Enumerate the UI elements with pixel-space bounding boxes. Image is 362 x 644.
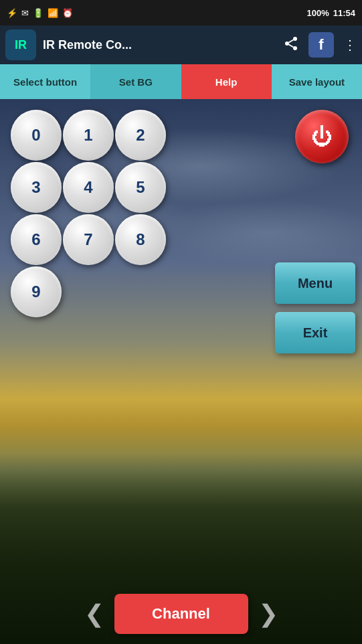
chevron-left-icon: ❮ bbox=[84, 600, 104, 628]
usb-icon: ⚡ bbox=[7, 8, 17, 18]
app-bar-actions: f ⋮ bbox=[283, 32, 357, 58]
num-btn-2[interactable]: 2 bbox=[115, 110, 166, 161]
share-icon bbox=[283, 35, 299, 52]
app-bar: IR IR Remote Co... f ⋮ bbox=[0, 25, 362, 64]
battery-level-icon: 🔋 bbox=[33, 8, 43, 18]
numpad: 0 1 2 3 4 5 6 7 8 9 bbox=[11, 110, 166, 317]
num-btn-0[interactable]: 0 bbox=[11, 110, 62, 161]
battery-percent: 100% bbox=[307, 8, 329, 18]
num-btn-1[interactable]: 1 bbox=[63, 110, 114, 161]
svg-point-2 bbox=[293, 46, 297, 50]
num-btn-4[interactable]: 4 bbox=[63, 162, 114, 213]
svg-line-3 bbox=[289, 44, 294, 47]
num-btn-3[interactable]: 3 bbox=[11, 162, 62, 213]
facebook-button[interactable]: f bbox=[308, 32, 334, 58]
num-btn-9[interactable]: 9 bbox=[11, 266, 62, 317]
channel-prev-button[interactable]: ❮ bbox=[74, 594, 114, 634]
exit-button[interactable]: Exit bbox=[275, 312, 355, 353]
num-btn-6[interactable]: 6 bbox=[11, 214, 62, 265]
power-button[interactable]: ⏻ bbox=[295, 110, 349, 163]
wifi-icon: 📶 bbox=[48, 8, 58, 18]
more-icon: ⋮ bbox=[343, 37, 357, 52]
app-title: IR Remote Co... bbox=[43, 38, 276, 52]
channel-button[interactable]: Channel bbox=[114, 594, 248, 634]
select-button-tab[interactable]: Select button bbox=[0, 64, 90, 99]
help-button[interactable]: Help bbox=[181, 64, 272, 99]
time-display: 11:54 bbox=[333, 8, 355, 18]
set-bg-button[interactable]: Set BG bbox=[90, 64, 181, 99]
svg-line-4 bbox=[289, 39, 294, 42]
svg-point-0 bbox=[293, 37, 297, 41]
message-icon: ✉ bbox=[21, 8, 29, 18]
more-options-button[interactable]: ⋮ bbox=[343, 37, 357, 53]
channel-controls: ❮ Channel ❯ bbox=[0, 590, 362, 644]
chevron-right-icon: ❯ bbox=[258, 600, 278, 628]
num-btn-5[interactable]: 5 bbox=[115, 162, 166, 213]
channel-next-button[interactable]: ❯ bbox=[248, 594, 288, 634]
svg-point-1 bbox=[285, 42, 289, 46]
num-btn-8[interactable]: 8 bbox=[115, 214, 166, 265]
toolbar: Select button Set BG Help Save layout bbox=[0, 64, 362, 99]
share-button[interactable] bbox=[283, 35, 299, 55]
status-bar: ⚡ ✉ 🔋 📶 ⏰ 100% 11:54 bbox=[0, 0, 362, 25]
status-right: 100% 11:54 bbox=[307, 8, 356, 18]
menu-button[interactable]: Menu bbox=[275, 262, 355, 304]
app-logo: IR bbox=[5, 29, 36, 60]
main-content: 0 1 2 3 4 5 6 7 8 9 ⏻ Menu Exit ❮ Channe… bbox=[0, 99, 362, 644]
num-btn-7[interactable]: 7 bbox=[63, 214, 114, 265]
alarm-icon: ⏰ bbox=[62, 8, 73, 18]
status-left-icons: ⚡ ✉ 🔋 📶 ⏰ bbox=[7, 8, 73, 18]
power-icon: ⏻ bbox=[311, 125, 333, 149]
save-layout-button[interactable]: Save layout bbox=[272, 64, 362, 99]
facebook-icon: f bbox=[319, 36, 323, 54]
